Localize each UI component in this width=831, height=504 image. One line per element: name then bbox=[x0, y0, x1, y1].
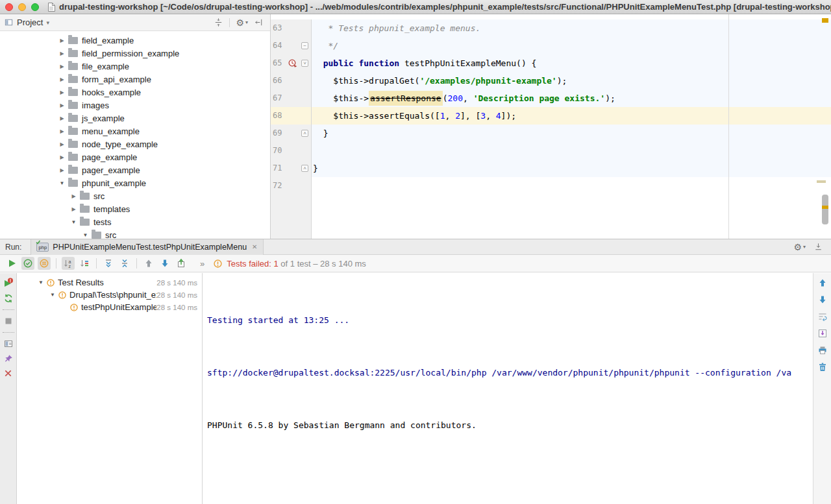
pin-tab-button[interactable] bbox=[3, 354, 14, 364]
code-line-64[interactable]: 64− */ bbox=[271, 37, 831, 54]
editor-scrollbar-thumb[interactable] bbox=[822, 195, 828, 224]
test-tree-root[interactable]: ▼ Test Results 28 s 140 ms bbox=[18, 276, 202, 289]
code-line-70[interactable]: 70 bbox=[271, 142, 831, 160]
test-console-output[interactable]: Testing started at 13:25 ... sftp://dock… bbox=[203, 273, 813, 504]
chevron-right-icon[interactable]: ▶ bbox=[57, 128, 67, 134]
test-tree-class[interactable]: ▼ Drupal\Tests\phpunit_ex: 28 s 140 ms bbox=[18, 289, 202, 301]
folder-icon bbox=[68, 128, 78, 135]
code-line-69[interactable]: 69˄ } bbox=[271, 125, 831, 142]
code-line-65[interactable]: 65˅ public function testPhpUnitExampleMe… bbox=[271, 54, 831, 72]
tree-item-label: images bbox=[82, 101, 109, 110]
chevron-down-icon[interactable]: ▼ bbox=[57, 180, 67, 186]
chevron-right-icon[interactable]: ▶ bbox=[57, 102, 67, 108]
project-tab-label[interactable]: Project bbox=[17, 18, 43, 27]
collapse-all-button[interactable] bbox=[118, 257, 131, 270]
chevron-right-icon[interactable]: ▶ bbox=[57, 154, 67, 160]
previous-occurrence-button[interactable] bbox=[142, 257, 155, 270]
chevron-right-icon[interactable]: ▶ bbox=[57, 77, 67, 82]
code-line-72[interactable]: 72 bbox=[271, 177, 831, 195]
tree-item-file_example[interactable]: ▶file_example bbox=[0, 60, 270, 73]
chevron-down-icon[interactable]: ▾ bbox=[46, 19, 49, 26]
chevron-right-icon[interactable]: ▶ bbox=[69, 206, 79, 212]
chevron-down-icon[interactable]: ▼ bbox=[36, 280, 46, 285]
fold-marker-icon[interactable]: ˄ bbox=[301, 165, 308, 172]
console-text: Testing started at 13:25 ... bbox=[207, 315, 349, 325]
code-line-71[interactable]: 71˄ } bbox=[271, 160, 831, 177]
code-line-68-current[interactable]: 68 $this->assertEquals([1, 2], [3, 4]); bbox=[271, 107, 831, 125]
zoom-window-button[interactable] bbox=[31, 3, 39, 11]
up-the-stack-trace-button[interactable] bbox=[817, 278, 828, 288]
next-occurrence-button[interactable] bbox=[158, 257, 171, 270]
tree-item-images[interactable]: ▶images bbox=[0, 99, 270, 112]
tree-item-menu_example[interactable]: ▶menu_example bbox=[0, 125, 270, 138]
run-panel-left-toolbar bbox=[0, 273, 17, 504]
chevron-down-icon[interactable]: ▼ bbox=[69, 219, 79, 225]
export-test-results-button[interactable] bbox=[175, 257, 188, 270]
rerun-button[interactable] bbox=[3, 293, 14, 304]
show-passed-toggle[interactable] bbox=[21, 257, 34, 270]
tree-item-src[interactable]: ▶src bbox=[0, 189, 270, 202]
project-panel-icon bbox=[4, 18, 14, 27]
rerun-button[interactable] bbox=[5, 257, 18, 270]
run-configuration-tab[interactable]: php PHPUnitExampleMenuTest.testPhpUnitEx… bbox=[31, 239, 263, 255]
down-the-stack-trace-button[interactable] bbox=[817, 294, 828, 305]
error-stripe-mark[interactable] bbox=[822, 18, 828, 23]
chevron-right-icon[interactable]: ▶ bbox=[57, 64, 67, 69]
close-tab-icon[interactable]: ✕ bbox=[252, 243, 257, 250]
chevron-right-icon[interactable]: ▶ bbox=[57, 51, 67, 56]
rerun-failed-tests-button[interactable] bbox=[3, 278, 14, 289]
chevron-more-icon[interactable]: » bbox=[200, 259, 205, 269]
test-runner-toolbar: az » Tests failed: 1 of 1 test – 28 s 14… bbox=[0, 255, 831, 272]
restore-layout-button[interactable] bbox=[3, 339, 14, 349]
show-ignored-toggle[interactable] bbox=[38, 257, 51, 270]
gutter-71: 71˄ bbox=[271, 160, 312, 177]
fold-marker-icon[interactable]: ˄ bbox=[301, 130, 308, 137]
fold-marker-icon[interactable]: − bbox=[301, 42, 308, 49]
close-button[interactable] bbox=[3, 368, 13, 378]
code-line-66[interactable]: 66 $this->drupalGet('/examples/phpunit-e… bbox=[271, 72, 831, 90]
locate-file-icon[interactable] bbox=[214, 18, 223, 27]
tree-item-hooks_example[interactable]: ▶hooks_example bbox=[0, 86, 270, 99]
code-text: 2 bbox=[455, 111, 460, 121]
tree-item-pager_example[interactable]: ▶pager_example bbox=[0, 163, 270, 176]
chevron-right-icon[interactable]: ▶ bbox=[57, 141, 67, 147]
code-line-63[interactable]: 63 * Tests phpunit_example menus. bbox=[271, 19, 831, 37]
tree-item-form_api_example[interactable]: ▶form_api_example bbox=[0, 73, 270, 86]
code-editor[interactable]: 63 * Tests phpunit_example menus. 64− */… bbox=[271, 14, 831, 239]
expand-all-button[interactable] bbox=[102, 257, 115, 270]
stop-button[interactable] bbox=[3, 316, 14, 326]
error-stripe-mark[interactable] bbox=[817, 180, 826, 183]
hide-tool-window-icon[interactable] bbox=[813, 242, 823, 252]
tree-item-js_example[interactable]: ▶js_example bbox=[0, 112, 270, 125]
chevron-down-icon[interactable]: ▼ bbox=[47, 292, 58, 298]
sort-alphabetically-toggle[interactable]: az bbox=[62, 257, 75, 270]
clear-all-button[interactable] bbox=[817, 362, 828, 372]
code-line-67[interactable]: 67 $this->assertResponse(200, 'Descripti… bbox=[271, 90, 831, 107]
tree-item-templates[interactable]: ▶templates bbox=[0, 202, 270, 215]
tree-item-field_example[interactable]: ▶field_example bbox=[0, 34, 270, 47]
chevron-right-icon[interactable]: ▶ bbox=[57, 167, 67, 173]
minimize-window-button[interactable] bbox=[18, 3, 26, 11]
project-settings-button[interactable]: ⚙▾ bbox=[236, 18, 248, 27]
sort-by-duration-toggle[interactable] bbox=[78, 257, 91, 270]
print-button[interactable] bbox=[817, 345, 828, 355]
failed-test-clock-icon[interactable] bbox=[288, 58, 297, 68]
chevron-down-icon[interactable]: ▼ bbox=[81, 232, 90, 238]
chevron-right-icon[interactable]: ▶ bbox=[57, 38, 67, 43]
tree-item-node_type_example[interactable]: ▶node_type_example bbox=[0, 138, 270, 150]
tree-item-page_example[interactable]: ▶page_example bbox=[0, 150, 270, 163]
close-window-button[interactable] bbox=[5, 3, 13, 11]
chevron-right-icon[interactable]: ▶ bbox=[69, 193, 79, 199]
scroll-to-end-button[interactable] bbox=[817, 328, 828, 339]
chevron-right-icon[interactable]: ▶ bbox=[57, 90, 67, 95]
test-tree-method[interactable]: testPhpUnitExampleM 28 s 140 ms bbox=[18, 301, 202, 313]
run-settings-button[interactable]: ⚙▾ bbox=[793, 243, 806, 252]
soft-wrap-toggle[interactable] bbox=[817, 311, 828, 322]
tree-item-field_permission_example[interactable]: ▶field_permission_example bbox=[0, 47, 270, 60]
hide-panel-icon[interactable] bbox=[254, 18, 264, 27]
fold-marker-icon[interactable]: ˅ bbox=[301, 60, 308, 67]
editor-empty-space[interactable] bbox=[271, 195, 831, 239]
tree-item-tests[interactable]: ▼tests bbox=[0, 215, 270, 228]
tree-item-phpunit_example[interactable]: ▼phpunit_example bbox=[0, 176, 270, 189]
chevron-right-icon[interactable]: ▶ bbox=[57, 115, 67, 121]
